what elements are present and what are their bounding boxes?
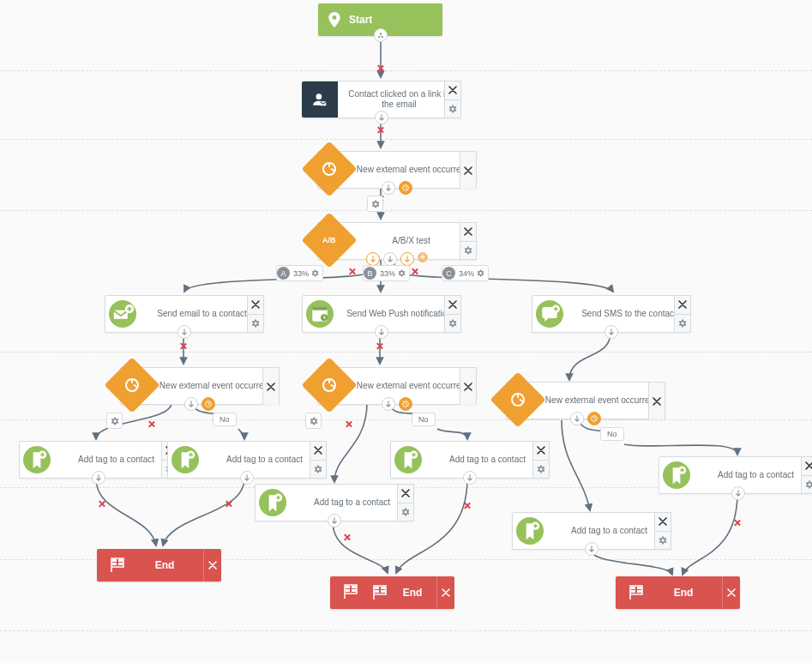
step-label: Add tag to a contact (291, 494, 413, 511)
step-contact-clicked[interactable]: Contact clicked on a link in the email (302, 81, 461, 118)
close-button[interactable] (397, 484, 414, 503)
settings-button[interactable] (305, 413, 322, 429)
step-label: A/B/X test (346, 232, 476, 250)
step-add-tag-2[interactable]: Add tag to a contact (167, 441, 327, 479)
close-button[interactable] (444, 295, 461, 314)
step-new-event-1[interactable]: New external event occurred (317, 151, 477, 189)
add-branch-button[interactable]: + (418, 252, 428, 262)
end-label: End (645, 587, 722, 599)
pin-icon (328, 12, 340, 27)
step-label: Add tag to a contact (55, 451, 177, 468)
delete-connector-icon[interactable] (376, 126, 384, 134)
close-button[interactable] (722, 576, 740, 609)
close-button[interactable] (460, 222, 477, 241)
output-handle[interactable] (382, 397, 395, 411)
end-node-c[interactable]: End (616, 576, 740, 609)
branch-handle[interactable] (374, 28, 388, 42)
close-button[interactable] (532, 441, 550, 460)
no-branch-label: No (412, 413, 436, 426)
no-branch-label: No (600, 427, 624, 441)
flag-icon (628, 585, 645, 600)
output-handle[interactable] (463, 471, 477, 485)
step-event-c[interactable]: New external event occurred (506, 382, 665, 419)
step-label: Add tag to a contact (548, 522, 671, 539)
step-add-tag-4[interactable]: Add tag to a contact (390, 441, 550, 479)
step-add-tag-5[interactable]: Add tag to a contact (512, 512, 671, 550)
delete-connector-icon[interactable] (411, 268, 418, 275)
close-button[interactable] (674, 295, 691, 314)
flow-canvas[interactable]: Start Contact clicked on a link in the e… (0, 0, 812, 663)
close-button[interactable] (444, 81, 461, 99)
output-a[interactable] (366, 252, 380, 266)
delete-connector-icon[interactable] (376, 64, 384, 72)
split-badge-a[interactable]: A 33% (276, 265, 323, 281)
step-add-tag-1[interactable]: Add tag to a contact (19, 441, 178, 479)
close-button[interactable] (247, 295, 264, 314)
timer-handle[interactable] (201, 397, 215, 411)
split-badge-c[interactable]: C 34% (442, 265, 489, 281)
delete-connector-icon[interactable] (98, 500, 105, 508)
output-handle[interactable] (375, 111, 388, 124)
step-abx-test[interactable]: A/B A/B/X test + (317, 222, 477, 260)
step-label: New external event occurred (149, 377, 279, 395)
step-send-sms[interactable]: Send SMS to the contact (532, 295, 691, 333)
split-badge-b[interactable]: B 33% (363, 265, 410, 281)
flag-icon (342, 584, 359, 600)
output-handle[interactable] (184, 397, 198, 411)
close-button[interactable] (436, 576, 454, 609)
output-handle[interactable] (604, 325, 618, 339)
step-add-tag-6[interactable]: Add tag to a contact (659, 456, 812, 494)
delete-connector-icon[interactable] (147, 420, 155, 428)
step-event-b[interactable]: New external event occurred (317, 367, 477, 405)
flag-icon (371, 585, 388, 600)
close-button[interactable] (801, 456, 812, 475)
timer-handle[interactable] (399, 181, 412, 195)
output-b[interactable] (383, 252, 397, 266)
output-c[interactable] (400, 252, 414, 266)
step-event-a[interactable]: New external event occurred (120, 367, 280, 405)
settings-button[interactable] (106, 413, 123, 429)
step-label: Add tag to a contact (695, 467, 812, 484)
step-add-tag-3[interactable]: Add tag to a contact (255, 484, 414, 521)
output-handle[interactable] (731, 486, 745, 500)
timer-handle[interactable] (399, 397, 412, 411)
close-button[interactable] (203, 549, 221, 582)
output-handle[interactable] (382, 181, 395, 195)
no-branch-label: No (213, 413, 237, 426)
step-label: New external event occurred (346, 161, 476, 178)
flag-icon (109, 558, 126, 573)
step-label: New external event occurred (535, 392, 665, 409)
output-handle[interactable] (585, 542, 598, 556)
delete-connector-icon[interactable] (343, 533, 351, 541)
output-handle[interactable] (570, 412, 584, 425)
end-label: End (388, 587, 436, 599)
output-handle[interactable] (92, 471, 105, 485)
end-node-b[interactable]: End (330, 576, 454, 609)
output-handle[interactable] (177, 325, 191, 339)
close-button[interactable] (654, 512, 671, 531)
delete-connector-icon[interactable] (463, 502, 471, 509)
step-send-email[interactable]: Send email to a contact (105, 295, 264, 333)
timer-handle[interactable] (587, 412, 601, 425)
step-label: Add tag to a contact (203, 451, 326, 468)
delete-connector-icon[interactable] (179, 342, 187, 350)
output-handle[interactable] (375, 325, 388, 339)
delete-connector-icon[interactable] (225, 500, 232, 508)
step-label: Contact clicked on a link in the email (338, 86, 460, 113)
start-label: Start (349, 14, 372, 26)
delete-connector-icon[interactable] (376, 342, 383, 350)
delete-connector-icon[interactable] (345, 420, 352, 428)
output-handle[interactable] (240, 471, 254, 485)
close-button[interactable] (310, 441, 327, 460)
step-label: Send Web Push notification (338, 305, 460, 322)
start-node[interactable]: Start (318, 3, 442, 36)
step-label: Add tag to a contact (426, 451, 549, 468)
step-send-push[interactable]: Send Web Push notification (302, 295, 461, 333)
settings-button[interactable] (367, 196, 383, 212)
delete-connector-icon[interactable] (733, 519, 741, 527)
end-node-a[interactable]: End (97, 549, 221, 582)
step-label: Send email to a contact (141, 305, 263, 322)
output-handle[interactable] (328, 514, 341, 527)
delete-connector-icon[interactable] (348, 268, 356, 275)
end-label: End (126, 559, 203, 571)
